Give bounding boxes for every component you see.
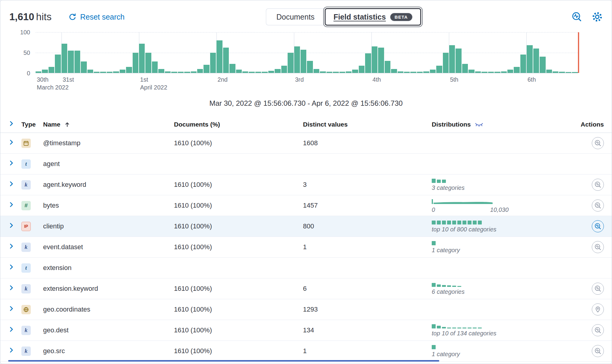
visualize-field-button[interactable] — [592, 179, 604, 191]
ip-type-icon: IP — [21, 222, 31, 231]
table-row[interactable]: textension — [0, 258, 612, 278]
category-bar — [442, 180, 446, 183]
category-bar — [437, 221, 441, 224]
category-bar — [473, 328, 477, 328]
table-row[interactable]: tagent — [0, 154, 612, 174]
x-axis: 30thMarch 202231st1stApril 20222nd3rd4th… — [36, 76, 578, 94]
histogram-bar — [62, 44, 67, 73]
table-row[interactable]: @timestamp1610 (100%)1608 — [0, 133, 612, 154]
category-bar — [457, 221, 461, 224]
field-documents: 1610 (100%) — [174, 306, 303, 313]
expand-row-icon[interactable] — [8, 200, 17, 209]
table-row[interactable]: kgeo.src1610 (100%)11 category — [0, 341, 612, 362]
keyword-type-icon: k — [21, 347, 31, 356]
column-header-distinct-values[interactable]: Distinct values — [303, 121, 432, 128]
keyword-type-icon: k — [21, 243, 31, 252]
category-distribution-bars — [432, 240, 570, 245]
expand-row-icon[interactable] — [8, 304, 17, 313]
field-distinct-values: 1293 — [303, 306, 432, 313]
category-bar — [447, 285, 451, 287]
documents-tab[interactable]: Documents — [266, 8, 325, 25]
table-row[interactable]: #bytes1610 (100%)1457010,030 — [0, 195, 612, 216]
table-row[interactable]: kagent.keyword1610 (100%)33 categories — [0, 174, 612, 195]
column-header-actions: Actions — [570, 121, 604, 128]
category-bar — [437, 284, 441, 287]
expand-row-icon[interactable] — [8, 138, 17, 147]
top-right-actions — [571, 11, 603, 22]
field-statistics-tab[interactable]: Field statistics BETA — [325, 8, 421, 26]
visualize-field-button[interactable] — [592, 324, 604, 336]
field-distribution: top 10 of 134 categories — [432, 324, 570, 337]
histogram-bar — [443, 53, 449, 73]
field-name: @timestamp — [43, 139, 174, 147]
hits-label: hits — [36, 11, 52, 22]
histogram-bar — [87, 70, 93, 73]
expand-row-icon[interactable] — [8, 283, 17, 292]
histogram-bar — [74, 51, 80, 73]
field-distribution: 1 category — [432, 344, 570, 358]
column-header-type[interactable]: Type — [21, 121, 43, 128]
histogram-bar — [255, 72, 261, 73]
visualize-field-button[interactable] — [592, 199, 604, 212]
histogram-bar — [365, 53, 371, 73]
hits-count: 1,610hits — [9, 11, 52, 23]
histogram-bar — [514, 67, 519, 73]
histogram-bar — [158, 69, 164, 73]
expand-row-icon[interactable] — [8, 158, 17, 168]
calendar-date-type-icon — [21, 139, 31, 148]
histogram-bar — [423, 71, 429, 73]
histogram-bar — [378, 48, 384, 73]
expand-row-icon[interactable] — [8, 242, 17, 251]
field-documents: 1610 (100%) — [174, 181, 303, 189]
category-bar — [447, 221, 451, 224]
table-row[interactable]: geo.coordinates1610 (100%)1293 — [0, 299, 612, 320]
column-header-documents[interactable]: Documents (%) — [174, 121, 303, 128]
visualize-field-button[interactable] — [592, 220, 604, 232]
x-axis-label: 5th — [449, 76, 459, 83]
histogram-bar — [55, 55, 61, 73]
visualize-field-button[interactable] — [592, 137, 604, 149]
expand-row-icon[interactable] — [8, 179, 17, 188]
expand-row-icon[interactable] — [8, 221, 17, 230]
field-name: agent.keyword — [43, 181, 174, 189]
histogram-bar — [307, 61, 313, 73]
column-header-name[interactable]: Name — [43, 121, 174, 128]
category-distribution-bars — [432, 344, 570, 349]
field-distinct-values: 1457 — [303, 202, 432, 209]
histogram-bar — [417, 72, 423, 73]
visualize-icon[interactable] — [571, 11, 582, 22]
expand-row-icon[interactable] — [8, 325, 17, 334]
reset-search-button[interactable]: Reset search — [68, 13, 125, 21]
histogram-bar — [533, 49, 539, 73]
visualize-field-button[interactable] — [592, 241, 604, 253]
table-row[interactable]: kevent.dataset1610 (100%)11 category — [0, 237, 612, 258]
histogram-bar — [385, 61, 390, 73]
category-distribution-bars — [432, 220, 570, 224]
table-row[interactable]: IPclientip1610 (100%)800top 10 of 800 ca… — [0, 216, 612, 237]
field-distinct-values: 1 — [303, 347, 432, 355]
field-distinct-values: 1 — [303, 243, 432, 251]
settings-gear-icon[interactable] — [592, 11, 603, 22]
field-statistics-table: Type Name Documents (%) Distinct values … — [0, 116, 612, 362]
histogram-plot[interactable] — [36, 32, 578, 73]
histogram-bar — [36, 71, 41, 73]
histogram-bar — [288, 53, 293, 73]
visualize-field-button[interactable] — [592, 283, 604, 295]
table-row[interactable]: kextension.keyword1610 (100%)66 categori… — [0, 278, 612, 299]
horizontal-scrollbar[interactable] — [8, 360, 439, 362]
field-distinct-values: 800 — [303, 222, 432, 230]
field-name: bytes — [43, 202, 174, 209]
table-row[interactable]: kgeo.dest1610 (100%)134top 10 of 134 cat… — [0, 320, 612, 341]
geo-point-type-icon — [21, 305, 31, 314]
y-axis-label: 0 — [27, 70, 30, 77]
distribution-label: 6 categories — [432, 288, 570, 295]
expand-all-icon[interactable] — [8, 119, 17, 128]
numeric-distribution-sparkline: 010,030 — [432, 198, 570, 213]
visualize-field-button[interactable] — [592, 345, 604, 357]
histogram-bar — [339, 72, 345, 73]
expand-row-icon[interactable] — [8, 262, 17, 271]
keyword-type-icon: k — [21, 284, 31, 293]
expand-row-icon[interactable] — [8, 346, 17, 355]
view-in-maps-button[interactable] — [592, 303, 604, 315]
eye-closed-icon[interactable] — [475, 121, 484, 128]
